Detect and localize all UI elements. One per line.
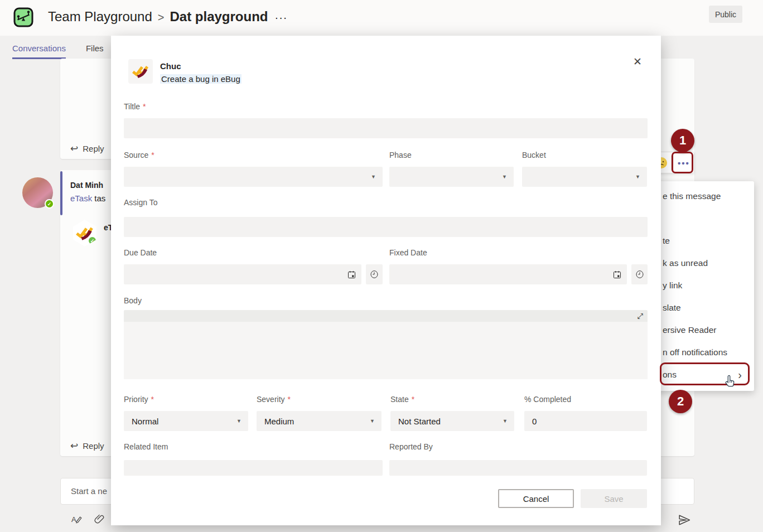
source-dropdown[interactable]: ▼	[124, 167, 383, 187]
annotation-step-2: 2	[669, 390, 692, 413]
dialog-app-name: Chuc	[160, 61, 181, 71]
etask-link[interactable]: eTask	[70, 194, 92, 203]
required-asterisk: *	[143, 102, 146, 111]
send-icon[interactable]	[677, 513, 692, 527]
pct-completed-input[interactable]: 0	[524, 411, 647, 431]
menu-item-label: n off notifications	[663, 347, 727, 357]
severity-label: Severity*	[257, 395, 291, 404]
avatar[interactable]: ✓	[22, 177, 53, 208]
channel-name[interactable]: Dat playground	[170, 9, 268, 24]
create-bug-dialog: Chuc Create a bug in eBug ✕ Tiltle* Sour…	[111, 36, 661, 525]
priority-value: Normal	[132, 417, 158, 426]
calendar-icon[interactable]	[347, 270, 356, 279]
team-logo-icon	[13, 7, 33, 27]
reply-arrow-icon: ↩	[70, 143, 78, 154]
source-label: Source*	[124, 151, 154, 159]
required-asterisk: *	[288, 395, 291, 404]
channel-more-button[interactable]: ···	[268, 11, 287, 23]
reported-by-label: Reported By	[389, 442, 433, 451]
state-value: Not Started	[398, 417, 441, 426]
cancel-button[interactable]: Cancel	[498, 489, 574, 508]
related-item-input[interactable]	[124, 460, 383, 476]
fixed-date-label: Fixed Date	[389, 248, 427, 257]
message-author[interactable]: Dat Minh	[70, 181, 103, 190]
required-asterisk: *	[151, 395, 154, 404]
menu-item-label: te	[663, 236, 670, 246]
bucket-label: Bucket	[522, 151, 546, 159]
chevron-down-icon: ▼	[371, 174, 376, 180]
assign-to-label: Assign To	[124, 198, 157, 207]
pct-completed-label: % Completed	[524, 395, 571, 404]
menu-item-label: y link	[663, 280, 682, 291]
due-date-input[interactable]	[124, 264, 361, 284]
tab-conversations[interactable]: Conversations	[12, 43, 66, 59]
bucket-dropdown[interactable]: ▼	[522, 167, 647, 187]
body-textarea[interactable]	[124, 322, 648, 379]
state-dropdown[interactable]: Not Started ▼	[390, 411, 514, 431]
phase-label: Phase	[389, 151, 412, 159]
presence-available-icon: ✓	[45, 199, 54, 209]
priority-dropdown[interactable]: Normal ▼	[124, 411, 248, 431]
title-input[interactable]	[124, 118, 648, 138]
etask-check-icon	[131, 62, 150, 81]
mention-accent-bar	[60, 171, 62, 215]
clock-icon	[370, 270, 379, 279]
breadcrumb-separator: >	[152, 11, 170, 23]
menu-item-label: k as unread	[663, 258, 708, 268]
reply-label: Reply	[83, 144, 104, 153]
related-item-label: Related Item	[124, 442, 168, 451]
pct-completed-value: 0	[532, 417, 537, 426]
dialog-app-icon	[128, 59, 153, 84]
chevron-down-icon: ▼	[503, 418, 508, 424]
channel-tabs: Conversations Files	[12, 43, 104, 59]
priority-label: Priority*	[124, 395, 154, 404]
severity-value: Medium	[264, 417, 294, 426]
breadcrumb: Team Playground>Dat playground···	[48, 9, 287, 25]
title-label: Tiltle*	[124, 102, 146, 111]
menu-item-label: ersive Reader	[663, 325, 717, 335]
chevron-down-icon: ▼	[502, 174, 507, 180]
team-name[interactable]: Team Playground	[48, 9, 152, 24]
fixed-time-button[interactable]	[631, 264, 648, 284]
reply-label: Reply	[83, 441, 104, 451]
annotation-step-1: 1	[671, 129, 694, 152]
hand-cursor-icon	[724, 374, 736, 389]
dialog-subtitle: Create a bug in eBug	[160, 74, 242, 84]
annotation-box-more-options	[672, 152, 693, 173]
close-icon[interactable]: ✕	[630, 54, 645, 69]
chevron-down-icon: ▼	[635, 174, 640, 180]
svg-text:A: A	[71, 515, 76, 524]
fixed-date-input[interactable]	[389, 264, 627, 284]
save-button[interactable]: Save	[581, 489, 647, 508]
due-time-button[interactable]	[366, 264, 383, 284]
menu-item-label: slate	[663, 303, 681, 313]
due-date-label: Due Date	[124, 248, 157, 257]
chevron-down-icon: ▼	[370, 418, 375, 424]
expand-icon[interactable]: ⤢	[638, 312, 643, 321]
attach-icon[interactable]	[94, 513, 105, 525]
message-text-fragment: tas	[94, 194, 105, 203]
assign-to-input[interactable]	[124, 217, 648, 237]
public-badge: Public	[709, 6, 742, 23]
severity-dropdown[interactable]: Medium ▼	[257, 411, 382, 431]
body-label: Body	[124, 296, 142, 305]
format-icon[interactable]: A	[71, 514, 83, 525]
tab-files[interactable]: Files	[86, 43, 104, 59]
menu-item-label: e this message	[663, 191, 721, 201]
required-asterisk: *	[151, 151, 154, 159]
chevron-down-icon: ▼	[236, 418, 242, 424]
reported-by-input[interactable]	[389, 460, 647, 476]
phase-dropdown[interactable]: ▼	[389, 167, 514, 187]
reply-link-1[interactable]: ↩ Reply	[70, 143, 104, 154]
reply-link-2[interactable]: ↩ Reply	[70, 440, 104, 452]
message-text: eTask tas	[70, 194, 105, 203]
required-asterisk: *	[412, 395, 414, 404]
channel-header: Team Playground>Dat playground···	[0, 0, 763, 36]
compose-placeholder: Start a ne	[71, 486, 107, 496]
reply-arrow-icon: ↩	[70, 440, 78, 452]
body-toolbar: ⤢	[124, 310, 648, 322]
state-label: State*	[390, 395, 414, 404]
clock-icon	[635, 270, 644, 279]
calendar-icon[interactable]	[612, 270, 622, 279]
